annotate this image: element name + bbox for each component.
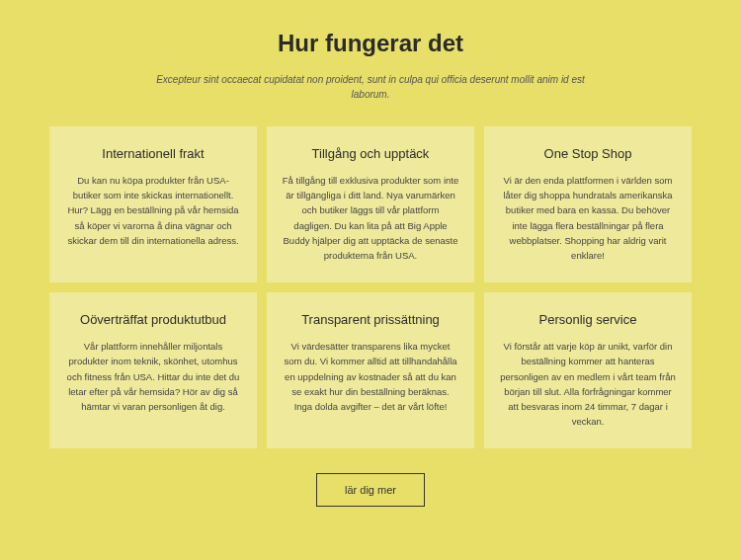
- page-subtitle: Excepteur sint occaecat cupidatat non pr…: [143, 72, 598, 102]
- card-title: Personlig service: [499, 312, 677, 327]
- card-body: Vi förstår att varje köp är unikt, varfö…: [499, 339, 677, 429]
- card-one-stop-shop: One Stop Shop Vi är den enda plattformen…: [484, 126, 692, 282]
- card-body: Du kan nu köpa produkter från USA-butike…: [64, 173, 242, 248]
- card-title: Internationell frakt: [64, 146, 242, 161]
- card-title: Oöverträffat produktutbud: [64, 312, 242, 327]
- card-access-discover: Tillgång och upptäck Få tillgång till ex…: [267, 126, 474, 282]
- card-product-range: Oöverträffat produktutbud Vår plattform …: [49, 292, 257, 448]
- card-transparent-pricing: Transparent prissättning Vi värdesätter …: [267, 292, 474, 448]
- card-title: Tillgång och upptäck: [282, 146, 459, 161]
- header: Hur fungerar det Excepteur sint occaecat…: [143, 30, 598, 102]
- card-title: Transparent prissättning: [282, 312, 459, 327]
- card-body: Få tillgång till exklusiva produkter som…: [282, 173, 459, 263]
- card-body: Vi är den enda plattformen i världen som…: [499, 173, 677, 263]
- feature-grid: Internationell frakt Du kan nu köpa prod…: [49, 126, 692, 448]
- learn-more-button[interactable]: lär dig mer: [316, 473, 425, 507]
- card-personal-service: Personlig service Vi förstår att varje k…: [484, 292, 692, 448]
- page-title: Hur fungerar det: [143, 30, 598, 57]
- card-international-shipping: Internationell frakt Du kan nu köpa prod…: [49, 126, 257, 282]
- card-title: One Stop Shop: [499, 146, 677, 161]
- card-body: Vår plattform innehåller miljontals prod…: [64, 339, 242, 414]
- card-body: Vi värdesätter transparens lika mycket s…: [282, 339, 459, 414]
